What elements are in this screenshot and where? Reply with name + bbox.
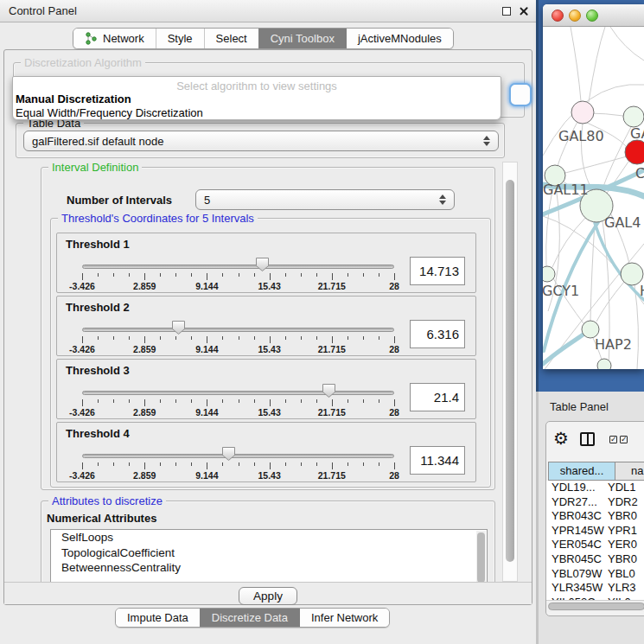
tick-mark xyxy=(332,336,333,343)
threshold-slider-thumb[interactable] xyxy=(322,384,335,398)
tick-mark xyxy=(222,462,223,466)
cell-name: YBR0 xyxy=(608,509,637,524)
network-window-titlebar[interactable] xyxy=(543,4,644,27)
tick-label: 9.144 xyxy=(195,407,218,418)
tick-mark xyxy=(363,336,364,340)
network-node-label: GAL80 xyxy=(558,128,604,144)
control-panel-titlebar: Control Panel xyxy=(0,0,536,22)
tab-discretize-data[interactable]: Discretize Data xyxy=(200,609,299,627)
threshold-slider-thumb[interactable] xyxy=(256,258,269,271)
tick-mark xyxy=(160,336,161,340)
threshold-slider-track[interactable] xyxy=(82,328,394,332)
tab-select[interactable]: Select xyxy=(204,29,258,48)
table-row[interactable]: YDL19...YDL1 xyxy=(546,481,644,495)
table-row[interactable]: YBL079WYBL0 xyxy=(546,567,644,582)
threshold-value-field[interactable]: 6.316 xyxy=(410,320,465,348)
tick-mark xyxy=(144,336,145,343)
attribute-list-item[interactable]: TopologicalCoefficient xyxy=(51,545,487,561)
network-node[interactable] xyxy=(625,140,644,164)
tab-jactivemnodules[interactable]: jActiveMNodules xyxy=(346,29,453,48)
tick-mark xyxy=(301,462,302,466)
tick-label: -3.426 xyxy=(69,407,95,418)
tab-cyni-toolbox[interactable]: Cyni Toolbox xyxy=(258,29,346,48)
tick-mark xyxy=(113,273,114,277)
threshold-slider-track[interactable] xyxy=(82,391,394,395)
tick-mark xyxy=(239,399,239,403)
threshold-slider-thumb[interactable] xyxy=(172,321,185,335)
gear-icon[interactable]: ⚙ xyxy=(553,430,569,447)
cell-name: YLR3 xyxy=(608,581,636,596)
tick-mark xyxy=(332,399,333,406)
table-row[interactable]: YBR045CYBR0 xyxy=(546,552,644,567)
table-row[interactable]: YER054CYER0 xyxy=(546,538,644,552)
tab-impute-data[interactable]: Impute Data xyxy=(116,609,200,627)
threshold-slider-thumb[interactable] xyxy=(222,447,235,461)
tab-style[interactable]: Style xyxy=(156,29,204,48)
tick-mark xyxy=(270,273,271,280)
tick-label: 21.715 xyxy=(318,281,346,291)
column-header-shared[interactable]: shared... xyxy=(548,462,615,481)
horizontal-scrollbar-thumb[interactable] xyxy=(548,603,644,610)
network-node[interactable] xyxy=(543,266,555,282)
network-view-window[interactable]: GAL80GACGAL11GAL4GCY1HHAP2 xyxy=(543,4,644,369)
threshold-value-field[interactable]: 11.344 xyxy=(410,446,465,475)
cell-shared-name: YBR045C xyxy=(552,552,602,567)
algorithm-combobox-focused[interactable] xyxy=(509,83,532,106)
attribute-list-item[interactable]: BetweennessCentrality xyxy=(51,560,487,576)
network-node[interactable] xyxy=(571,101,594,124)
zoom-traffic-light-icon[interactable] xyxy=(586,10,598,22)
table-panel: ⚙ ✓ ✓ shared... na YDL19...YDL1YDR27...Y… xyxy=(545,421,644,616)
table-row[interactable]: YBR043CYBR0 xyxy=(546,509,644,524)
number-of-intervals-combobox[interactable]: 5 xyxy=(195,189,455,210)
network-node[interactable] xyxy=(597,359,611,369)
checkbox-icon[interactable]: ✓ xyxy=(620,436,628,443)
tab-infer-network[interactable]: Infer Network xyxy=(299,609,389,627)
tick-mark xyxy=(348,399,348,403)
close-traffic-light-icon[interactable] xyxy=(552,10,564,22)
network-node[interactable] xyxy=(582,321,599,338)
tick-mark xyxy=(82,336,83,343)
float-icon[interactable] xyxy=(502,7,511,16)
threshold-value-field[interactable]: 21.4 xyxy=(410,383,465,411)
close-icon[interactable] xyxy=(519,6,529,16)
algorithm-option-manual[interactable]: Manual Discretization xyxy=(13,92,501,106)
network-graph[interactable]: GAL80GACGAL11GAL4GCY1HHAP2 xyxy=(543,27,644,369)
checkbox-icon[interactable]: ✓ xyxy=(609,436,617,443)
tick-label: 9.144 xyxy=(195,470,218,481)
tick-mark xyxy=(285,399,286,403)
tick-mark xyxy=(348,273,348,277)
table-row[interactable]: YLR345WYLR3 xyxy=(546,581,644,596)
thresholds-fieldset: Threshold's Coordinates for 5 Intervals … xyxy=(50,218,491,488)
minimize-traffic-light-icon[interactable] xyxy=(569,10,581,22)
tab-network[interactable]: Network xyxy=(73,29,156,48)
column-header-name[interactable]: na xyxy=(615,462,644,481)
tab-label: Network xyxy=(103,32,144,45)
screen: Control Panel NetworkStyleSelectCyni Too… xyxy=(0,0,644,644)
horizontal-scrollbar[interactable] xyxy=(546,600,644,612)
table-data-combobox[interactable]: galFiltered.sif default node xyxy=(23,131,499,151)
apply-button[interactable]: Apply xyxy=(239,587,297,605)
threshold-slider-track[interactable] xyxy=(82,265,394,269)
network-node[interactable] xyxy=(623,106,644,127)
tab-label: Impute Data xyxy=(127,611,188,624)
table-row[interactable]: YDR27...YDR2 xyxy=(546,495,644,510)
columns-icon[interactable] xyxy=(580,432,595,446)
vertical-scrollbar-thumb[interactable] xyxy=(506,180,514,562)
apply-bar: Apply xyxy=(4,582,532,604)
tick-mark xyxy=(129,273,130,277)
vertical-scrollbar[interactable] xyxy=(502,162,518,582)
cell-name: YPR1 xyxy=(608,524,637,539)
tab-label: Infer Network xyxy=(311,611,378,624)
algorithm-option-equal-width[interactable]: Equal Width/Frequency Discretization xyxy=(13,106,501,120)
tick-mark xyxy=(144,462,145,469)
tick-mark xyxy=(98,273,99,277)
tick-mark xyxy=(394,462,395,469)
tick-label: -3.426 xyxy=(69,344,95,354)
threshold-slider-track[interactable] xyxy=(82,454,394,458)
attribute-list-item[interactable]: SelfLoops xyxy=(51,530,487,545)
threshold-value-field[interactable]: 14.713 xyxy=(410,257,465,285)
attributes-list-scrollbar[interactable] xyxy=(476,531,486,582)
table-row[interactable]: YPR145WYPR1 xyxy=(546,524,644,539)
tick-mark xyxy=(285,462,286,466)
tick-mark xyxy=(82,273,83,280)
